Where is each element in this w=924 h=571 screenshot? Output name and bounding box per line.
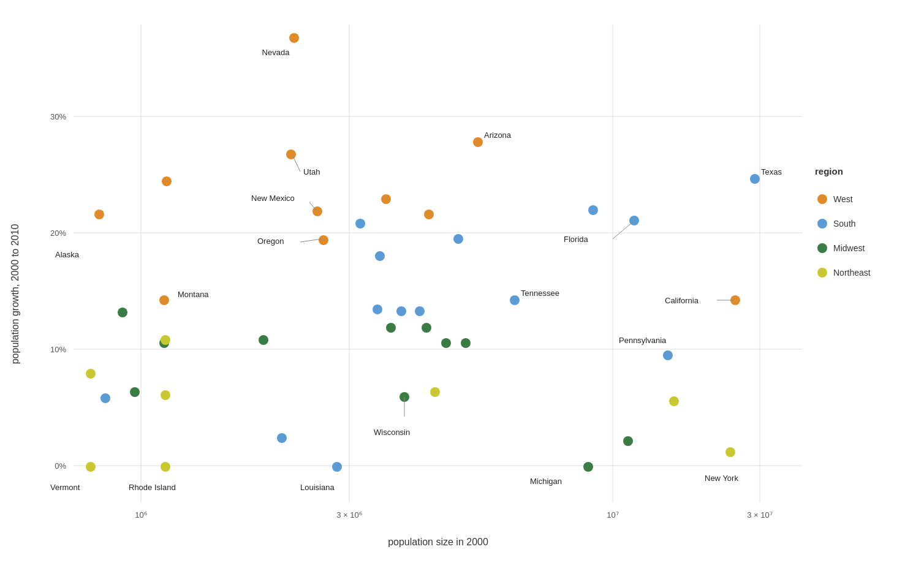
leader-newmexico [309, 202, 316, 210]
point-nh [161, 335, 170, 345]
label-montana: Montana [178, 290, 209, 299]
point-arizona [473, 137, 483, 147]
point-wv [100, 393, 110, 403]
point-indiana [441, 338, 451, 348]
label-louisiana: Louisiana [300, 483, 335, 492]
point-sc [453, 234, 463, 244]
point-md [396, 306, 406, 316]
label-texas: Texas [761, 167, 782, 176]
point-colorado [381, 194, 391, 204]
legend-west-dot [817, 194, 827, 204]
point-minnesota [461, 338, 471, 348]
point-michigan [583, 462, 593, 472]
point-idaho [162, 176, 172, 186]
point-nc [375, 251, 385, 261]
y-tick-20: 20% [50, 229, 66, 238]
label-oregon: Oregon [257, 236, 284, 246]
point-rhodeisland [161, 462, 170, 472]
label-wisconsin: Wisconsin [374, 428, 410, 437]
point-nd [118, 308, 127, 317]
point-kansas [259, 335, 268, 345]
point-de [415, 306, 425, 316]
label-california: California [665, 296, 699, 305]
point-ms [277, 433, 287, 443]
label-florida: Florida [564, 235, 589, 244]
point-georgia [588, 205, 598, 215]
point-nevada [289, 33, 299, 43]
point-montana [159, 295, 169, 305]
point-georgia-w [424, 210, 434, 219]
label-vermont: Vermont [50, 483, 80, 492]
point-ct [430, 387, 440, 397]
y-axis-label: population growth, 2000 to 2010 [10, 224, 20, 365]
point-sd [130, 387, 140, 397]
point-wy-ne [86, 369, 96, 379]
y-tick-10: 10% [50, 345, 66, 354]
point-oregon [319, 235, 328, 245]
leader-utah [293, 156, 300, 172]
x-tick-1e6: 10⁶ [135, 510, 146, 520]
legend-northeast-dot [817, 268, 827, 278]
legend-west-label: West [833, 194, 853, 204]
label-alaska: Alaska [55, 250, 80, 259]
point-tennessee [510, 295, 520, 305]
label-tennessee: Tennessee [521, 289, 559, 298]
point-utah [286, 149, 296, 159]
label-nevada: Nevada [262, 48, 290, 57]
chart-container: 0% 10% 20% 30% 10⁶ 3 × 10⁶ 10⁷ 3 × 10⁷ p… [0, 0, 924, 571]
leader-florida [613, 222, 633, 239]
x-tick-3e7: 3 × 10⁷ [747, 510, 773, 520]
leader-oregon [300, 239, 322, 242]
label-newyork: New York [705, 474, 738, 483]
x-tick-3e6: 3 × 10⁶ [336, 510, 362, 520]
legend-title: region [815, 166, 843, 176]
point-missouri [422, 323, 431, 333]
y-tick-30: 30% [50, 112, 66, 121]
legend-south-dot [817, 219, 827, 229]
label-pennsylvania: Pennsylvania [619, 336, 667, 345]
point-iowa [386, 323, 396, 333]
label-utah: Utah [303, 167, 320, 176]
legend-midwest-dot [817, 243, 827, 253]
point-ohio [623, 436, 633, 446]
point-va [373, 304, 382, 314]
point-me [161, 390, 170, 400]
y-tick-0: 0% [55, 461, 66, 471]
point-texas [750, 174, 760, 184]
point-vermont [86, 462, 96, 472]
point-nj [669, 396, 679, 406]
legend-northeast-label: Northeast [833, 268, 871, 278]
x-axis-label: population size in 2000 [388, 537, 488, 547]
label-newmexico: New Mexico [251, 194, 295, 203]
point-pennsylvania [663, 350, 673, 360]
point-newyork [725, 447, 735, 457]
x-tick-1e7: 10⁷ [607, 510, 618, 520]
point-alaska [94, 210, 104, 219]
point-ar [355, 219, 365, 229]
label-rhodeisland: Rhode Island [129, 483, 176, 492]
label-michigan: Michigan [530, 477, 562, 486]
label-arizona: Arizona [484, 130, 512, 140]
legend-midwest-label: Midwest [833, 243, 865, 253]
legend-south-label: South [833, 219, 856, 229]
